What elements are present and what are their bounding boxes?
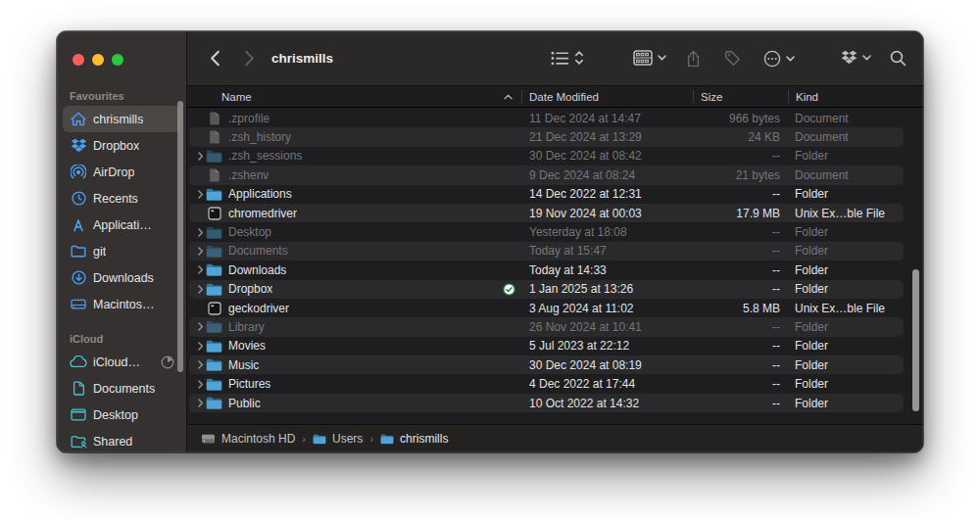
disclosure-triangle-icon[interactable]: [195, 399, 206, 407]
sidebar-scrollbar[interactable]: [177, 101, 183, 372]
file-row-pictures[interactable]: Pictures4 Dec 2022 at 17:44--Folder: [189, 374, 904, 393]
sidebar-item-applicati[interactable]: Applicati…: [63, 212, 180, 238]
sidebar-item-recents[interactable]: Recents: [63, 185, 180, 212]
column-header-date-modified[interactable]: Date Modified: [521, 86, 693, 107]
tags-button[interactable]: [724, 50, 741, 67]
sidebar-item-label: Downloads: [93, 271, 154, 285]
file-size: 24 KB: [693, 130, 788, 144]
dropbox-button[interactable]: [841, 50, 871, 65]
disclosure-triangle-icon[interactable]: [195, 380, 206, 389]
file-size: --: [693, 358, 788, 372]
column-header-kind[interactable]: Kind: [788, 86, 923, 107]
disclosure-triangle-icon[interactable]: [195, 360, 206, 369]
chevron-down-icon: [658, 55, 666, 61]
traffic-lights: [73, 54, 123, 66]
file-name-cell: .zprofile: [189, 109, 521, 127]
sidebar-item-chrismills[interactable]: chrismills: [63, 106, 180, 132]
executable-icon: [206, 302, 222, 315]
progress-circle-icon: [161, 355, 174, 369]
file-row-desktop[interactable]: DesktopYesterday at 18:08--Folder: [189, 222, 904, 241]
share-button[interactable]: [686, 50, 701, 68]
file-kind: Document: [788, 112, 904, 125]
file-row-zprofile[interactable]: .zprofile11 Dec 2024 at 14:47966 bytesDo…: [189, 109, 904, 127]
sidebar-item-dropbox[interactable]: Dropbox: [63, 132, 180, 159]
disclosure-triangle-icon[interactable]: [195, 342, 206, 351]
zoom-button[interactable]: [112, 54, 123, 66]
file-row-documents[interactable]: DocumentsToday at 15:47--Folder: [189, 242, 904, 260]
file-row-downloads[interactable]: DownloadsToday at 14:33--Folder: [189, 260, 904, 279]
sidebar-item-desktop[interactable]: Desktop: [63, 402, 180, 428]
file-row-library[interactable]: Library26 Nov 2024 at 10:41--Folder: [189, 317, 904, 336]
sort-asc-icon: [504, 94, 513, 100]
more-actions-button[interactable]: [763, 50, 795, 68]
sidebar-item-git[interactable]: git: [63, 238, 180, 264]
file-name-label: Pictures: [228, 377, 270, 391]
file-row-zsh-sessions[interactable]: .zsh_sessions30 Dec 2024 at 08:42--Folde…: [189, 147, 904, 165]
file-name-cell: Documents: [189, 242, 521, 260]
file-row-chromedriver[interactable]: chromedriver19 Nov 2024 at 00:0317.9 MBU…: [189, 204, 904, 222]
file-name-cell: geckodriver: [189, 299, 521, 317]
path-item-chrismills[interactable]: chrismills: [380, 432, 448, 446]
list-view-icon: [551, 51, 569, 66]
file-kind: Folder: [788, 320, 904, 334]
file-name-cell: Dropbox: [189, 280, 521, 299]
sidebar-item-airdrop[interactable]: AirDrop: [63, 159, 180, 185]
window-title: chrismills: [271, 51, 333, 66]
file-row-geckodriver[interactable]: geckodriver3 Aug 2024 at 11:025.8 MBUnix…: [189, 299, 904, 317]
file-size: --: [693, 377, 788, 391]
file-name-label: Library: [228, 320, 265, 334]
path-item-macintosh-hd[interactable]: Macintosh HD: [201, 432, 295, 446]
file-row-movies[interactable]: Movies5 Jul 2023 at 22:12--Folder: [189, 337, 904, 355]
forward-button[interactable]: [244, 50, 255, 67]
document-outline-icon: [69, 381, 88, 396]
file-size: --: [693, 320, 788, 334]
disclosure-triangle-icon[interactable]: [195, 228, 206, 237]
file-date-modified: Yesterday at 18:08: [521, 225, 693, 239]
column-header-size[interactable]: Size: [693, 86, 788, 107]
list-scrollbar[interactable]: [912, 269, 919, 411]
file-date-modified: Today at 14:33: [521, 263, 693, 277]
file-date-modified: 30 Dec 2024 at 08:19: [521, 358, 693, 372]
sidebar-section-title: Favourites: [63, 88, 180, 106]
file-row-applications[interactable]: Applications14 Dec 2022 at 12:31--Folder: [189, 185, 904, 204]
sidebar-item-macintos[interactable]: Macintos…: [63, 291, 180, 317]
file-date-modified: 14 Dec 2022 at 12:31: [521, 187, 693, 201]
file-row-music[interactable]: Music30 Dec 2024 at 08:19--Folder: [189, 355, 904, 374]
file-row-zsh-history[interactable]: .zsh_history21 Dec 2024 at 13:2924 KBDoc…: [189, 127, 904, 146]
sidebar-item-label: git: [93, 245, 106, 259]
ellipsis-circle-icon: [763, 50, 781, 68]
file-row-dropbox[interactable]: Dropbox1 Jan 2025 at 13:26--Folder: [189, 280, 904, 299]
file-name-cell: Public: [189, 394, 521, 412]
sidebar-item-downloads[interactable]: Downloads: [63, 264, 180, 291]
disclosure-triangle-icon[interactable]: [195, 152, 206, 161]
column-header-name[interactable]: Name: [187, 86, 521, 107]
close-button[interactable]: [73, 54, 84, 66]
back-button[interactable]: [210, 50, 220, 67]
folder-icon: [206, 226, 222, 239]
sidebar-item-icloud[interactable]: iCloud…: [63, 349, 180, 375]
sidebar-item-label: Applicati…: [93, 218, 152, 232]
folder-icon: [206, 283, 222, 296]
chevron-down-icon: [786, 56, 795, 62]
file-name-label: Dropbox: [228, 282, 272, 296]
path-item-users[interactable]: Users: [313, 432, 363, 446]
view-options-button[interactable]: [551, 50, 584, 66]
file-size: --: [693, 225, 788, 239]
sidebar-item-shared[interactable]: Shared: [63, 428, 180, 452]
disclosure-triangle-icon[interactable]: [195, 285, 206, 294]
file-name-label: Applications: [228, 187, 292, 201]
minimize-button[interactable]: [92, 54, 104, 66]
file-row-zshenv[interactable]: .zshenv9 Dec 2024 at 08:2421 bytesDocume…: [189, 165, 904, 184]
file-date-modified: Today at 15:47: [521, 244, 693, 258]
grouping-button[interactable]: [633, 50, 666, 66]
document-icon: [206, 168, 222, 182]
disclosure-triangle-icon[interactable]: [195, 247, 206, 256]
disclosure-triangle-icon[interactable]: [195, 190, 206, 199]
chevron-down-icon: [862, 55, 871, 61]
search-button[interactable]: [890, 50, 906, 67]
file-row-public[interactable]: Public10 Oct 2022 at 14:32--Folder: [189, 394, 904, 412]
disclosure-triangle-icon[interactable]: [195, 322, 206, 331]
sidebar-item-documents[interactable]: Documents: [63, 375, 180, 402]
disclosure-triangle-icon[interactable]: [195, 265, 206, 274]
file-date-modified: 11 Dec 2024 at 14:47: [521, 112, 693, 125]
